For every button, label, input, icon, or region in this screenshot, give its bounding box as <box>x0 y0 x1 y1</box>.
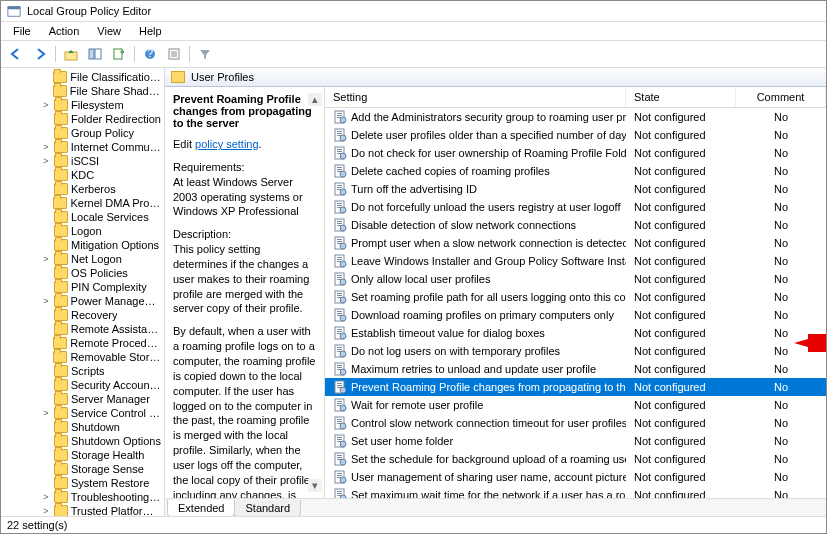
tree-item[interactable]: KDC <box>1 168 164 182</box>
expander-icon[interactable]: > <box>41 506 51 516</box>
list-row[interactable]: Delete cached copies of roaming profiles… <box>325 162 826 180</box>
expander-icon[interactable]: > <box>41 254 51 264</box>
tree-item[interactable]: Shutdown <box>1 420 164 434</box>
expander-icon[interactable] <box>41 128 51 138</box>
list-row[interactable]: Do not forcefully unload the users regis… <box>325 198 826 216</box>
list-row[interactable]: Leave Windows Installer and Group Policy… <box>325 252 826 270</box>
tree-item[interactable]: >Trusted Platform M <box>1 504 164 516</box>
tree-item[interactable]: OS Policies <box>1 266 164 280</box>
tree-item[interactable]: Server Manager <box>1 392 164 406</box>
list-row[interactable]: Download roaming profiles on primary com… <box>325 306 826 324</box>
refresh-button[interactable]: ? <box>139 44 161 64</box>
tree-item[interactable]: Group Policy <box>1 126 164 140</box>
expander-icon[interactable]: > <box>41 296 51 306</box>
tree-item[interactable]: Security Account M <box>1 378 164 392</box>
column-comment[interactable]: Comment <box>736 87 826 107</box>
list-row[interactable]: Delete user profiles older than a specif… <box>325 126 826 144</box>
tree-item[interactable]: Kerberos <box>1 182 164 196</box>
list-body[interactable]: Add the Administrators security group to… <box>325 108 826 498</box>
description-scrollbar[interactable]: ▴ ▾ <box>308 93 322 492</box>
expander-icon[interactable] <box>41 184 51 194</box>
export-button[interactable] <box>108 44 130 64</box>
column-setting[interactable]: Setting <box>325 87 626 107</box>
list-row[interactable]: Set roaming profile path for all users l… <box>325 288 826 306</box>
scroll-up-icon[interactable]: ▴ <box>308 93 322 106</box>
tree-item[interactable]: PIN Complexity <box>1 280 164 294</box>
tree-item[interactable]: >Power Managemen <box>1 294 164 308</box>
list-row[interactable]: Only allow local user profilesNot config… <box>325 270 826 288</box>
expander-icon[interactable] <box>41 422 51 432</box>
expander-icon[interactable] <box>41 86 50 96</box>
expander-icon[interactable]: > <box>41 492 51 502</box>
list-row[interactable]: Add the Administrators security group to… <box>325 108 826 126</box>
filter-button[interactable] <box>194 44 216 64</box>
list-row[interactable]: Maximum retries to unload and update use… <box>325 360 826 378</box>
menu-help[interactable]: Help <box>131 23 170 39</box>
list-row[interactable]: Wait for remote user profileNot configur… <box>325 396 826 414</box>
expander-icon[interactable] <box>41 478 51 488</box>
expander-icon[interactable] <box>41 226 51 236</box>
tree-item[interactable]: Scripts <box>1 364 164 378</box>
menu-file[interactable]: File <box>5 23 39 39</box>
list-row[interactable]: Establish timeout value for dialog boxes… <box>325 324 826 342</box>
tree-item[interactable]: Remote Procedure ( <box>1 336 164 350</box>
expander-icon[interactable] <box>41 338 50 348</box>
expander-icon[interactable] <box>41 212 51 222</box>
column-state[interactable]: State <box>626 87 736 107</box>
list-row[interactable]: Disable detection of slow network connec… <box>325 216 826 234</box>
edit-policy-link[interactable]: policy setting <box>195 138 259 150</box>
tree-item[interactable]: Recovery <box>1 308 164 322</box>
menu-action[interactable]: Action <box>41 23 88 39</box>
expander-icon[interactable]: > <box>41 408 51 418</box>
tree-item[interactable]: Folder Redirection <box>1 112 164 126</box>
list-row[interactable]: Prompt user when a slow network connecti… <box>325 234 826 252</box>
forward-button[interactable] <box>29 44 51 64</box>
tree-item[interactable]: >Internet Communic <box>1 140 164 154</box>
tree-item[interactable]: System Restore <box>1 476 164 490</box>
expander-icon[interactable] <box>41 72 50 82</box>
expander-icon[interactable] <box>41 114 51 124</box>
list-row[interactable]: Set maximum wait time for the network if… <box>325 486 826 498</box>
expander-icon[interactable] <box>41 394 51 404</box>
tree-item[interactable]: File Share Shadow C <box>1 84 164 98</box>
expander-icon[interactable] <box>41 464 51 474</box>
scroll-down-icon[interactable]: ▾ <box>308 479 322 492</box>
expander-icon[interactable] <box>41 170 51 180</box>
tree-item[interactable]: Storage Sense <box>1 462 164 476</box>
tree-item[interactable]: Remote Assistance <box>1 322 164 336</box>
up-folder-button[interactable] <box>60 44 82 64</box>
expander-icon[interactable] <box>41 268 51 278</box>
expander-icon[interactable] <box>41 282 51 292</box>
expander-icon[interactable] <box>41 240 51 250</box>
list-row[interactable]: User management of sharing user name, ac… <box>325 468 826 486</box>
tree-item[interactable]: Shutdown Options <box>1 434 164 448</box>
list-row[interactable]: Do not check for user ownership of Roami… <box>325 144 826 162</box>
list-row[interactable]: Prevent Roaming Profile changes from pro… <box>325 378 826 396</box>
tree-item[interactable]: >iSCSI <box>1 154 164 168</box>
list-row[interactable]: Turn off the advertising IDNot configure… <box>325 180 826 198</box>
expander-icon[interactable] <box>41 366 51 376</box>
expander-icon[interactable] <box>41 324 51 334</box>
tree-item[interactable]: Locale Services <box>1 210 164 224</box>
tab-standard[interactable]: Standard <box>234 500 301 516</box>
tree-item[interactable]: Kernel DMA Protect <box>1 196 164 210</box>
expander-icon[interactable] <box>41 450 51 460</box>
properties-button[interactable] <box>163 44 185 64</box>
expander-icon[interactable]: > <box>41 142 51 152</box>
tree-item[interactable]: Removable Storage <box>1 350 164 364</box>
menu-view[interactable]: View <box>89 23 129 39</box>
expander-icon[interactable]: > <box>41 156 51 166</box>
list-row[interactable]: Set the schedule for background upload o… <box>325 450 826 468</box>
expander-icon[interactable] <box>41 198 50 208</box>
expander-icon[interactable] <box>41 436 51 446</box>
tab-extended[interactable]: Extended <box>167 500 235 516</box>
list-row[interactable]: Set user home folderNot configuredNo <box>325 432 826 450</box>
tree-item[interactable]: Storage Health <box>1 448 164 462</box>
show-hide-tree-button[interactable] <box>84 44 106 64</box>
expander-icon[interactable]: > <box>41 100 51 110</box>
tree-item[interactable]: >Net Logon <box>1 252 164 266</box>
expander-icon[interactable] <box>41 380 51 390</box>
tree-item[interactable]: >Troubleshooting an <box>1 490 164 504</box>
expander-icon[interactable] <box>41 310 51 320</box>
tree-item[interactable]: >Filesystem <box>1 98 164 112</box>
